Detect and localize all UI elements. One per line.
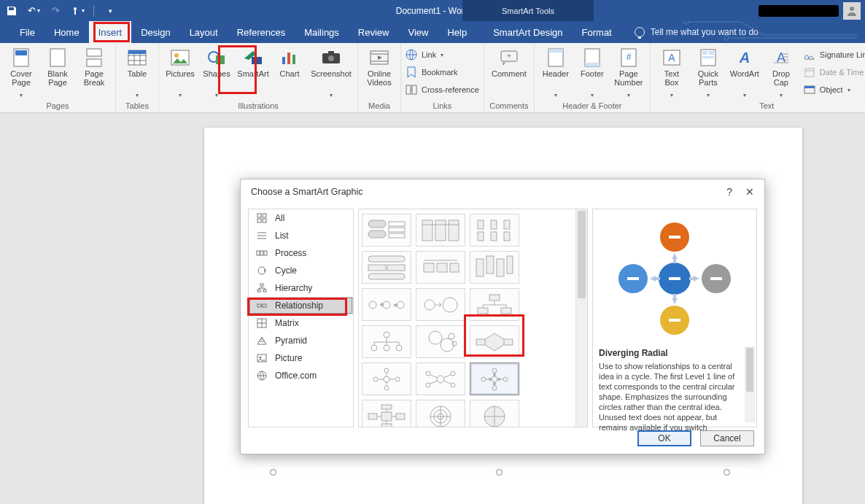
gallery-thumb[interactable] (416, 288, 465, 321)
svg-rect-40 (702, 56, 714, 58)
bulb-icon (635, 27, 645, 37)
tab-format[interactable]: Format (573, 21, 621, 43)
smartart-button[interactable]: SmartArt (236, 46, 270, 88)
group-label-header-footer: Header & Footer (539, 100, 645, 112)
dialog-close-button[interactable]: ✕ (745, 186, 754, 198)
gallery-thumb[interactable] (416, 325, 465, 358)
category-list[interactable]: List (249, 227, 353, 244)
svg-rect-55 (257, 290, 260, 292)
chart-icon (279, 49, 300, 66)
category-pyramid[interactable]: Pyramid (249, 332, 353, 349)
category-picture[interactable]: Picture (249, 349, 353, 367)
signature-line-button[interactable]: Signature Line ▾ (804, 47, 865, 62)
search-box[interactable] (759, 5, 839, 17)
drop-cap-button[interactable]: A Drop Cap▾ (764, 46, 798, 100)
svg-rect-54 (260, 284, 263, 286)
category-cycle[interactable]: Cycle (249, 262, 353, 279)
gallery-thumb[interactable] (470, 325, 519, 358)
dialog-help-button[interactable]: ? (726, 186, 732, 198)
gallery-thumb[interactable] (470, 251, 519, 284)
undo-icon[interactable]: ↶▾ (28, 5, 39, 17)
chart-button[interactable]: Chart (273, 46, 306, 88)
gallery-thumb[interactable] (470, 288, 519, 321)
svg-point-123 (481, 377, 486, 381)
header-button[interactable]: Header▾ (539, 46, 573, 100)
tab-file[interactable]: File (10, 21, 44, 43)
user-avatar[interactable] (843, 2, 861, 20)
gallery-thumb[interactable]: += (362, 288, 411, 321)
touch-mode-icon[interactable]: ▾ (71, 5, 83, 17)
preview-scrollbar[interactable] (745, 346, 755, 422)
gallery-thumb[interactable] (470, 214, 519, 247)
gallery-thumb[interactable] (416, 363, 465, 395)
page-break-button[interactable]: Page Break (77, 46, 111, 88)
link-icon (406, 49, 417, 61)
selection-handle[interactable] (496, 469, 503, 476)
category-process[interactable]: Process (249, 244, 353, 262)
table-button[interactable]: Table▾ (120, 46, 154, 100)
category-matrix[interactable]: Matrix (249, 314, 353, 332)
tab-review[interactable]: Review (349, 21, 399, 43)
tab-references[interactable]: References (228, 21, 295, 43)
comment-button[interactable]: + Comment (489, 46, 530, 88)
gallery-thumb[interactable] (416, 251, 465, 284)
gallery-scrollbar[interactable] (575, 209, 587, 427)
screenshot-button[interactable]: Screenshot▾ (309, 46, 353, 100)
tab-view[interactable]: View (398, 21, 438, 43)
drop-cap-icon: A (771, 49, 791, 66)
category-process-icon (256, 247, 268, 259)
page-number-button[interactable]: # Page Number▾ (612, 46, 645, 100)
category-relationship[interactable]: Relationship (249, 297, 353, 314)
cross-reference-button[interactable]: Cross-reference (406, 82, 479, 97)
title-bar: ↶▾ ↷ ▾ ▾ Document1 - Word SmartArt Tools (0, 0, 865, 21)
cover-page-button[interactable]: Cover Page▾ (4, 46, 38, 100)
category-hierarchy[interactable]: Hierarchy (249, 279, 353, 297)
gallery-thumb[interactable] (362, 214, 411, 247)
save-icon[interactable] (6, 5, 18, 17)
selection-handle[interactable] (270, 469, 276, 476)
online-videos-button[interactable]: Online Videos (362, 46, 396, 88)
pictures-button[interactable]: Pictures▾ (163, 46, 197, 100)
bookmark-icon (406, 66, 417, 78)
tab-insert[interactable]: Insert (89, 21, 132, 43)
gallery-thumb[interactable] (416, 400, 465, 427)
gallery-thumb[interactable] (362, 251, 411, 284)
shapes-button[interactable]: Shapes▾ (200, 46, 233, 100)
svg-rect-66 (389, 228, 405, 232)
svg-rect-52 (264, 251, 267, 255)
gallery-thumb[interactable] (470, 400, 519, 427)
svg-point-111 (384, 368, 389, 373)
bookmark-button[interactable]: Bookmark (406, 65, 458, 80)
tab-mailings[interactable]: Mailings (295, 21, 349, 43)
gallery-thumb[interactable] (362, 400, 411, 427)
category-matrix-icon (256, 317, 268, 329)
qat-customize-icon[interactable]: ▾ (104, 5, 116, 17)
gallery-thumb[interactable] (416, 214, 465, 247)
cancel-button[interactable]: Cancel (700, 430, 754, 446)
blank-page-button[interactable]: Blank Page (41, 46, 74, 88)
tell-me-search[interactable]: Tell me what you want to do (635, 21, 759, 43)
wordart-button[interactable]: A WordArt▾ (728, 46, 761, 100)
tab-smartart-design[interactable]: SmartArt Design (484, 21, 572, 43)
quick-access-toolbar: ↶▾ ↷ ▾ ▾ (0, 5, 116, 17)
object-button[interactable]: Object ▾ (804, 82, 850, 97)
ok-button[interactable]: OK (637, 430, 691, 446)
tab-home[interactable]: Home (44, 21, 89, 43)
tab-design[interactable]: Design (131, 21, 179, 43)
gallery-thumb[interactable] (362, 363, 411, 395)
svg-rect-76 (504, 220, 510, 229)
quick-parts-button[interactable]: Quick Parts▾ (691, 46, 725, 100)
date-time-button[interactable]: Date & Time (804, 65, 864, 80)
link-button[interactable]: Link ▾ (406, 47, 443, 62)
gallery-thumb[interactable] (470, 363, 519, 395)
text-box-button[interactable]: A Text Box▾ (655, 46, 688, 100)
selection-handle[interactable] (724, 469, 730, 476)
tab-layout[interactable]: Layout (180, 21, 228, 43)
category-office-com[interactable]: Office.com (249, 367, 353, 384)
category-all[interactable]: All (249, 209, 353, 227)
footer-button[interactable]: Footer▾ (575, 46, 609, 100)
gallery-thumb[interactable] (362, 325, 411, 358)
tab-help[interactable]: Help (438, 21, 476, 43)
redo-icon[interactable]: ↷ (50, 5, 61, 17)
footer-icon (582, 49, 602, 66)
